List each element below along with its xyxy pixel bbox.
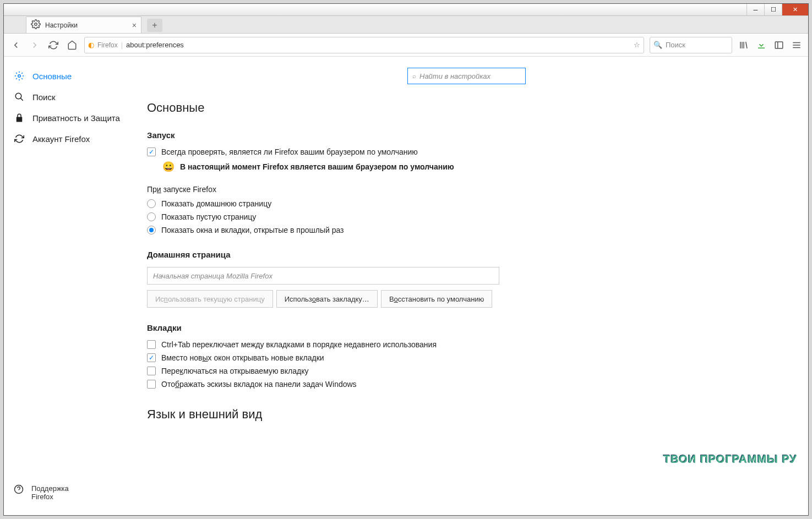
- startup-option-restore[interactable]: Показать окна и вкладки, открытые в прош…: [147, 226, 786, 234]
- sidebar-item-account[interactable]: Аккаунт Firefox: [4, 128, 136, 149]
- use-current-button[interactable]: Использовать текущую страницу: [147, 290, 273, 308]
- svg-point-2: [18, 75, 21, 78]
- maximize-button[interactable]: ☐: [764, 4, 782, 15]
- lock-icon: [14, 113, 25, 123]
- url-bar[interactable]: ◐ Firefox | about:preferences ☆: [84, 37, 644, 53]
- new-tab-row[interactable]: Вместо новых окон открывать новые вкладк…: [147, 353, 786, 362]
- checkbox[interactable]: [147, 147, 156, 156]
- search-icon: ⌕: [412, 73, 416, 79]
- sidebar-label: Поиск: [32, 92, 56, 102]
- search-placeholder: Найти в настройках: [419, 72, 491, 80]
- browser-tab[interactable]: Настройки ×: [26, 17, 141, 33]
- navigation-bar: ◐ Firefox | about:preferences ☆ 🔍 Поиск: [4, 34, 808, 57]
- radio[interactable]: [147, 199, 156, 208]
- sidebar-item-general[interactable]: Основные: [4, 65, 136, 86]
- check-default-row[interactable]: Всегда проверять, является ли Firefox ва…: [147, 147, 786, 156]
- library-icon[interactable]: [738, 39, 750, 51]
- firefox-icon: ◐: [88, 41, 94, 49]
- menu-button[interactable]: [791, 39, 803, 51]
- taskbar-thumb-row[interactable]: Отображать эскизы вкладок на панели зада…: [147, 380, 786, 389]
- sidebar-icon[interactable]: [773, 39, 785, 51]
- preferences-main: ⌕ Найти в настройках Основные Запуск Все…: [136, 57, 808, 515]
- identity-label: Firefox: [97, 41, 118, 49]
- radio[interactable]: [147, 212, 156, 221]
- homepage-placeholder: Начальная страница Mozilla Firefox: [153, 272, 273, 280]
- restore-default-button[interactable]: Восстановить по умолчанию: [381, 290, 492, 308]
- checkbox[interactable]: [147, 380, 156, 389]
- url-text: about:preferences: [126, 41, 184, 49]
- checkbox[interactable]: [147, 340, 156, 349]
- default-status-text: В настоящий момент Firefox является ваши…: [180, 162, 454, 171]
- language-heading: Язык и внешний вид: [147, 407, 786, 422]
- check-default-label: Всегда проверять, является ли Firefox ва…: [161, 147, 418, 156]
- sidebar-label: Основные: [32, 72, 72, 81]
- checkbox[interactable]: [147, 367, 156, 375]
- forward-button[interactable]: [28, 39, 41, 52]
- homepage-input[interactable]: Начальная страница Mozilla Firefox: [147, 267, 499, 285]
- close-button[interactable]: ✕: [782, 4, 808, 15]
- new-tab-button[interactable]: +: [147, 19, 162, 32]
- sidebar-help[interactable]: Поддержка Firefox: [4, 479, 136, 506]
- search-icon: 🔍: [653, 41, 662, 49]
- tab-strip: Настройки × +: [4, 16, 808, 34]
- watermark: ТВОИ ПРОГРАММЫ РУ: [663, 453, 797, 466]
- home-heading: Домашняя страница: [147, 250, 786, 259]
- on-startup-label: При запуске Firefox: [147, 185, 786, 194]
- ctrl-tab-row[interactable]: Ctrl+Tab переключает между вкладками в п…: [147, 340, 786, 349]
- startup-option-home[interactable]: Показать домашнюю страницу: [147, 199, 786, 208]
- svg-point-0: [35, 23, 37, 26]
- sidebar-label: Приватность и Защита: [32, 113, 120, 123]
- radio-label: Показать пустую страницу: [161, 212, 256, 221]
- svg-point-3: [15, 93, 21, 99]
- tab-close-icon[interactable]: ×: [132, 21, 137, 30]
- sidebar-label: Аккаунт Firefox: [32, 134, 90, 144]
- home-button[interactable]: [66, 39, 79, 52]
- svg-rect-1: [775, 42, 783, 48]
- bookmark-star-icon[interactable]: ☆: [634, 41, 640, 49]
- checkbox-label: Вместо новых окон открывать новые вкладк…: [161, 353, 324, 362]
- startup-option-blank[interactable]: Показать пустую страницу: [147, 212, 786, 221]
- sidebar-item-search[interactable]: Поиск: [4, 86, 136, 107]
- switch-tab-row[interactable]: Переключаться на открываемую вкладку: [147, 367, 786, 375]
- tabs-heading: Вкладки: [147, 323, 786, 332]
- reload-button[interactable]: [47, 39, 60, 52]
- radio-label: Показать домашнюю страницу: [161, 199, 271, 208]
- help-label: Поддержка Firefox: [31, 484, 92, 501]
- radio[interactable]: [147, 226, 156, 234]
- checkbox-label: Переключаться на открываемую вкладку: [161, 367, 308, 375]
- sidebar-item-privacy[interactable]: Приватность и Защита: [4, 107, 136, 128]
- preferences-sidebar: Основные Поиск Приватность и Защита Акка…: [4, 57, 136, 515]
- help-icon: [14, 484, 24, 496]
- sync-icon: [14, 134, 25, 144]
- default-status-row: 😀 В настоящий момент Firefox является ва…: [162, 161, 786, 173]
- smile-icon: 😀: [162, 161, 175, 173]
- checkbox-label: Отображать эскизы вкладок на панели зада…: [161, 380, 357, 389]
- gear-icon: [31, 19, 41, 31]
- minimize-button[interactable]: ─: [746, 4, 764, 15]
- search-icon: [14, 92, 25, 102]
- checkbox-label: Ctrl+Tab переключает между вкладками в п…: [161, 340, 437, 349]
- use-bookmark-button[interactable]: Использовать закладку…: [276, 290, 378, 308]
- page-title: Основные: [147, 101, 786, 115]
- window-titlebar: ─ ☐ ✕: [4, 4, 808, 16]
- checkbox[interactable]: [147, 353, 156, 362]
- find-in-preferences[interactable]: ⌕ Найти в настройках: [407, 68, 526, 84]
- back-button[interactable]: [9, 39, 23, 52]
- downloads-icon[interactable]: [755, 39, 767, 51]
- radio-label: Показать окна и вкладки, открытые в прош…: [161, 226, 344, 234]
- startup-heading: Запуск: [147, 130, 786, 140]
- gear-icon: [14, 71, 25, 81]
- search-bar[interactable]: 🔍 Поиск: [650, 37, 732, 53]
- tab-title: Настройки: [45, 21, 78, 29]
- search-placeholder: Поиск: [666, 41, 685, 49]
